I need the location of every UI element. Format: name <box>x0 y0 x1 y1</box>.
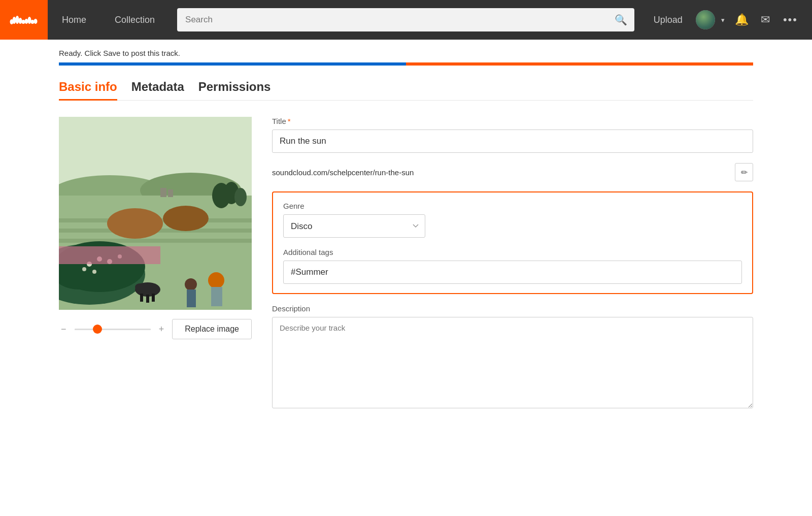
svg-point-5 <box>25 19 28 24</box>
progress-orange <box>406 62 753 66</box>
svg-point-25 <box>82 267 86 271</box>
svg-point-40 <box>234 188 247 206</box>
svg-point-1 <box>13 17 16 24</box>
genre-label: Genre <box>283 202 742 210</box>
svg-point-36 <box>185 278 197 291</box>
svg-point-4 <box>22 20 25 24</box>
tab-basic-info[interactable]: Basic info <box>59 80 117 101</box>
replace-image-button[interactable]: Replace image <box>172 319 252 339</box>
svg-rect-41 <box>160 188 166 197</box>
page-content: Ready. Click Save to post this track. Ba… <box>0 40 812 516</box>
avatar-chevron-icon[interactable]: ▾ <box>721 16 725 24</box>
upload-button[interactable]: Upload <box>642 0 694 40</box>
svg-point-8 <box>34 19 38 24</box>
svg-rect-30 <box>140 294 143 302</box>
avatar[interactable] <box>696 10 715 29</box>
navbar: Home Collection 🔍 Upload ▾ 🔔 ✉ ••• <box>0 0 812 40</box>
zoom-plus-button[interactable]: + <box>157 324 166 335</box>
tab-permissions[interactable]: Permissions <box>198 80 271 101</box>
track-image <box>59 117 252 310</box>
svg-rect-31 <box>146 295 149 303</box>
form-container: Basic info Metadata Permissions <box>0 66 812 421</box>
zoom-thumb[interactable] <box>93 325 102 334</box>
genre-select[interactable]: Disco Electronic Pop Rock Hip-hop Jazz C… <box>283 214 425 238</box>
image-section: − + Replace image <box>59 117 252 339</box>
search-icon: 🔍 <box>615 14 627 26</box>
url-text: soundcloud.com/schelpcenter/run-the-sun <box>272 168 730 177</box>
svg-point-7 <box>31 20 35 24</box>
genre-tags-box: Genre Disco Electronic Pop Rock Hip-hop … <box>272 191 753 294</box>
more-icon[interactable]: ••• <box>783 13 798 26</box>
svg-rect-32 <box>152 294 155 302</box>
svg-rect-42 <box>168 189 173 197</box>
url-prefix: soundcloud.com/schelpcenter/ <box>272 168 375 177</box>
svg-rect-37 <box>187 289 196 307</box>
url-row: soundcloud.com/schelpcenter/run-the-sun … <box>272 163 753 181</box>
tags-input[interactable] <box>283 261 742 284</box>
title-field-group: Title* <box>272 117 753 153</box>
tab-metadata[interactable]: Metadata <box>131 80 184 101</box>
form-body: − + Replace image Title* <box>59 117 753 421</box>
svg-point-6 <box>28 17 31 24</box>
svg-point-33 <box>135 283 145 291</box>
notification-icon[interactable]: 🔔 <box>735 13 749 26</box>
svg-point-18 <box>107 208 163 239</box>
title-label: Title* <box>272 117 753 125</box>
nav-home[interactable]: Home <box>48 0 100 40</box>
description-textarea[interactable] <box>272 317 753 408</box>
progress-blue <box>59 62 406 66</box>
tags-label: Additional tags <box>283 248 742 256</box>
title-input[interactable] <box>272 130 753 153</box>
tags-field-group: Additional tags <box>283 248 742 284</box>
zoom-track <box>75 329 151 330</box>
search-container: 🔍 <box>177 8 634 31</box>
description-field-group: Description <box>272 304 753 410</box>
svg-point-19 <box>163 206 209 231</box>
svg-point-2 <box>16 16 19 24</box>
zoom-slider[interactable] <box>75 324 151 334</box>
svg-rect-28 <box>59 246 160 264</box>
svg-point-3 <box>19 18 22 24</box>
soundcloud-logo-icon <box>10 13 38 27</box>
track-artwork <box>59 117 252 310</box>
status-text: Ready. Click Save to post this track. <box>59 49 180 57</box>
required-star: * <box>288 117 291 125</box>
status-bar: Ready. Click Save to post this track. <box>0 40 812 57</box>
search-input[interactable] <box>177 8 634 31</box>
nav-collection[interactable]: Collection <box>100 0 169 40</box>
progress-bar <box>59 62 753 66</box>
svg-rect-35 <box>211 287 222 306</box>
zoom-fill <box>75 329 151 330</box>
nav-right: ▾ 🔔 ✉ ••• <box>694 10 812 29</box>
svg-point-27 <box>92 270 96 274</box>
message-icon[interactable]: ✉ <box>761 13 770 26</box>
edit-icon: ✏ <box>741 168 748 177</box>
image-controls: − + Replace image <box>59 319 252 339</box>
url-slug: run-the-sun <box>375 168 414 177</box>
edit-url-button[interactable]: ✏ <box>735 163 753 181</box>
fields-section: Title* soundcloud.com/schelpcenter/run-t… <box>272 117 753 421</box>
zoom-minus-button[interactable]: − <box>59 324 69 335</box>
svg-point-34 <box>208 272 224 288</box>
genre-field-group: Genre Disco Electronic Pop Rock Hip-hop … <box>283 202 742 238</box>
tabs: Basic info Metadata Permissions <box>59 80 753 101</box>
description-label: Description <box>272 304 753 313</box>
logo[interactable] <box>0 0 48 40</box>
